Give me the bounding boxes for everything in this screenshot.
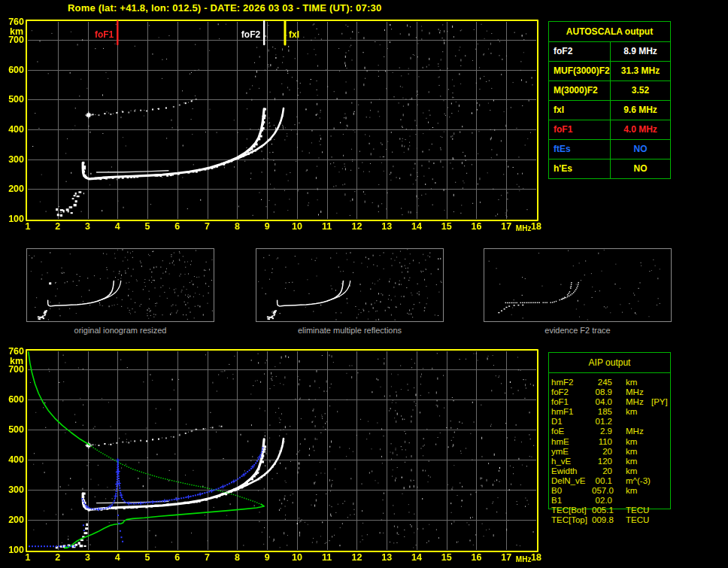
aip-value: 2.9: [592, 427, 612, 436]
autoscala-row-value: 8.9 MHz: [611, 42, 670, 61]
thumbnail-reflections-canvas: [256, 249, 443, 321]
aip-value: 20: [592, 447, 612, 457]
autoscala-row-label: h'Es: [549, 159, 611, 178]
aip-unit: km: [626, 407, 651, 417]
aip-label: hmF1: [551, 407, 592, 417]
autoscala-row-fxI: fxI9.6 MHz: [549, 101, 670, 120]
aip-unit: MHz: [626, 397, 651, 407]
aip-row-B1: B102.0: [551, 496, 679, 506]
aip-panel-header: AIP output: [549, 353, 670, 373]
aip-value: 120: [592, 457, 612, 466]
aip-row-foF2: foF208.9MHz: [551, 387, 679, 397]
autoscala-screen: Rome (lat: +41.8, lon: 012.5) - DATE: 20…: [0, 0, 728, 568]
autoscala-row-label: M(3000)F2: [549, 81, 611, 100]
aip-label: ymE: [551, 447, 592, 457]
aip-label: h_vE: [551, 457, 592, 466]
aip-row-Ewidth: Ewidth20km: [551, 466, 679, 476]
aip-table: hmF2245kmfoF208.9MHzfoF104.0MHz[PY]hmF11…: [551, 378, 679, 525]
thumbnail-original-canvas: [27, 249, 214, 321]
aip-value: 01.2: [592, 417, 612, 427]
aip-label: foF1: [551, 397, 592, 407]
thumbnail-caption-reflections: eliminate multiple reflections: [256, 326, 444, 335]
aip-value: 057.0: [592, 486, 612, 496]
thumbnail-caption-original: original ionogram resized: [26, 326, 214, 335]
aip-row-hmF2: hmF2245km: [551, 378, 679, 387]
autoscala-row-h'Es: h'EsNO: [549, 159, 670, 178]
aip-row-ymE: ymE20km: [551, 447, 679, 457]
aip-value: 04.0: [592, 397, 612, 407]
aip-row-foF1: foF104.0MHz[PY]: [551, 397, 679, 407]
aip-row-TEC[Top]: TEC[Top]009.8TECU: [551, 515, 679, 525]
aip-unit: km: [626, 486, 651, 496]
autoscala-row-foF2: foF28.9 MHz: [549, 42, 670, 62]
autoscala-row-value: 31.3 MHz: [611, 62, 670, 80]
aip-flag: [PY]: [651, 397, 668, 407]
aip-unit: MHz: [626, 387, 651, 397]
aip-unit: TECU: [626, 506, 651, 515]
aip-row-h_vE: h_vE120km: [551, 457, 679, 466]
aip-value: 005.1: [592, 506, 612, 515]
autoscala-row-value: 4.0 MHz: [611, 120, 670, 139]
aip-label: hmF2: [551, 378, 592, 387]
autoscala-output-panel: AUTOSCALA output foF28.9 MHzMUF(3000)F23…: [548, 21, 671, 179]
autoscala-row-label: foF2: [549, 42, 611, 61]
autoscala-row-M(3000)F2: M(3000)F23.52: [549, 81, 670, 101]
aip-value: 00.1: [592, 476, 612, 486]
autoscala-row-label: MUF(3000)F2: [549, 62, 611, 80]
aip-label: hmE: [551, 437, 592, 447]
aip-label: B0: [551, 486, 592, 496]
aip-unit: MHz: [626, 427, 651, 436]
autoscala-row-value: 3.52: [611, 81, 670, 100]
aip-value: 245: [592, 378, 612, 387]
aip-row-B0: B0057.0km: [551, 486, 679, 496]
aip-unit: km: [626, 378, 651, 387]
thumbnail-f2-evidence: [484, 248, 672, 322]
aip-value: 185: [592, 407, 612, 417]
aip-label: DelN_vE: [551, 476, 592, 486]
aip-row-DelN_vE: DelN_vE00.1m^(-3): [551, 476, 679, 486]
page-title: Rome (lat: +41.8, lon: 012.5) - DATE: 20…: [68, 2, 381, 14]
aip-unit: TECU: [626, 515, 651, 525]
aip-unit: km: [626, 457, 651, 466]
aip-unit: [626, 496, 651, 506]
aip-unit: km: [626, 447, 651, 457]
autoscala-panel-header: AUTOSCALA output: [549, 22, 670, 42]
autoscala-row-label: foF1: [549, 120, 611, 139]
aip-unit: km: [626, 466, 651, 476]
aip-value: 08.9: [592, 387, 612, 397]
autoscala-row-value: NO: [611, 159, 670, 178]
aip-label: Ewidth: [551, 466, 592, 476]
aip-value: 20: [592, 466, 612, 476]
thumbnail-original-ionogram: [26, 248, 214, 322]
autoscala-row-value: 9.6 MHz: [611, 101, 670, 120]
aip-value: 110: [592, 437, 612, 447]
aip-value: 009.8: [592, 515, 612, 525]
autoscala-row-label: fxI: [549, 101, 611, 120]
thumbnail-caption-f2: evidence F2 trace: [484, 326, 672, 335]
autoscala-table: foF28.9 MHzMUF(3000)F231.3 MHzM(3000)F23…: [549, 42, 670, 178]
aip-row-hmE: hmE110km: [551, 437, 679, 447]
aip-label: B1: [551, 496, 592, 506]
aip-label: foE: [551, 427, 592, 436]
aip-label: TEC[Top]: [551, 515, 592, 525]
aip-unit: km: [626, 437, 651, 447]
autoscala-row-MUF(3000)F2: MUF(3000)F231.3 MHz: [549, 62, 670, 81]
autoscala-row-label: ftEs: [549, 140, 611, 159]
aip-value: 02.0: [592, 496, 612, 506]
aip-label: D1: [551, 417, 592, 427]
aip-unit: [626, 417, 651, 427]
aip-row-TEC[Bot]: TEC[Bot]005.1TECU: [551, 506, 679, 515]
thumbnail-multiple-reflections: [256, 248, 444, 322]
thumbnail-f2-canvas: [484, 249, 671, 321]
aip-row-hmF1: hmF1185km: [551, 407, 679, 417]
top-ionogram-plot: [0, 14, 548, 236]
bottom-profile-plot: [0, 342, 548, 568]
aip-unit: m^(-3): [626, 476, 651, 486]
autoscala-row-value: NO: [611, 140, 670, 159]
autoscala-row-foF1: foF14.0 MHz: [549, 120, 670, 140]
aip-label: foF2: [551, 387, 592, 397]
autoscala-row-ftEs: ftEsNO: [549, 140, 670, 159]
aip-row-foE: foE2.9MHz: [551, 427, 679, 436]
aip-row-D1: D101.2: [551, 417, 679, 427]
aip-label: TEC[Bot]: [551, 506, 592, 515]
